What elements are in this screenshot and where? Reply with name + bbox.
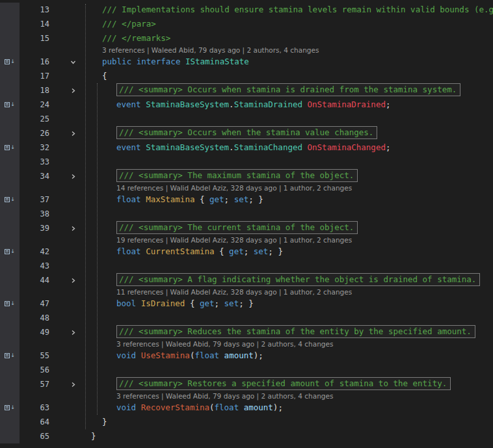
codelens-link[interactable]: 11 references | Walid Abdel Aziz, 328 da… [116,288,352,296]
codelens-cell[interactable]: 11 references | Walid Abdel Aziz, 328 da… [81,287,493,296]
code-line-13: 13/// Implementations should ensure stam… [0,3,493,17]
collapsed-region-icon[interactable]: ↓ [5,102,15,107]
indicator-margin[interactable]: ↓ [0,55,20,69]
chevron-down-icon[interactable] [70,59,76,65]
collapsed-doc-summary[interactable]: /// <summary> Restores a specified amoun… [116,377,451,390]
code-text[interactable]: } [81,429,493,443]
chevron-right-icon[interactable] [70,382,76,388]
codelens-link[interactable]: 14 references | Walid Abdel Aziz, 328 da… [116,184,352,192]
collapsed-region-icon[interactable]: ↓ [5,145,15,150]
line-number: 26 [20,126,56,140]
code-text[interactable] [81,207,493,221]
indicator-margin[interactable] [0,287,20,296]
indicator-margin[interactable] [0,3,20,17]
indicator-margin[interactable]: ↓ [0,140,20,155]
collapsed-doc-summary[interactable]: /// <summary> Occurs when the stamina va… [116,126,377,139]
collapsed-doc-summary[interactable]: /// <summary> Occurs when stamina is dra… [116,83,460,96]
collapsed-region-icon[interactable]: ↓ [5,249,15,254]
indicator-margin[interactable] [0,221,20,235]
token-pu: ; [224,194,234,204]
code-text[interactable]: /// <summary> Reduces the stamina of the… [81,325,493,339]
indicator-margin[interactable]: ↓ [0,98,20,112]
code-text[interactable] [81,259,493,273]
indicator-margin[interactable] [0,363,20,377]
collapsed-doc-summary[interactable]: /// <summary> A flag indicating whether … [116,273,480,286]
indicator-margin[interactable] [0,429,20,443]
collapsed-doc-summary[interactable]: /// <summary> The current stamina of the… [116,221,358,234]
indicator-margin[interactable] [0,207,20,221]
indicator-margin[interactable]: ↓ [0,401,20,415]
code-text[interactable]: /// <summary> The maximum stamina of the… [81,169,493,183]
indicator-margin[interactable]: ↓ [0,244,20,259]
indicator-margin[interactable]: ↓ [0,296,20,311]
codelens-link[interactable]: 19 references | Walid Abdel Aziz, 328 da… [116,236,352,244]
indicator-margin[interactable] [0,339,20,349]
code-text[interactable]: /// <summary> Occurs when the stamina va… [81,126,493,140]
code-text[interactable]: event StaminaBaseSystem.StaminaDrained O… [81,98,493,112]
indicator-margin[interactable] [0,183,20,192]
indicator-margin[interactable] [0,377,20,391]
indicator-margin[interactable] [0,273,20,287]
code-text[interactable]: /// Implementations should ensure stamin… [81,3,493,17]
code-text[interactable]: /// </remarks> [81,31,493,46]
codelens-link[interactable]: 3 references | Waleed Abid, 79 days ago … [116,340,333,348]
indicator-margin[interactable] [0,259,20,273]
indicator-margin[interactable] [0,235,20,244]
code-text[interactable]: /// <summary> Occurs when stamina is dra… [81,83,493,98]
code-text[interactable]: void UseStamina(float amount); [81,349,493,363]
code-text[interactable] [81,363,493,377]
indicator-margin[interactable]: ↓ [0,349,20,363]
indicator-margin[interactable] [0,391,20,401]
indicator-margin[interactable] [0,415,20,429]
line-number: 57 [20,377,56,391]
code-text[interactable] [81,155,493,169]
indicator-margin[interactable] [0,311,20,325]
collapsed-region-icon[interactable]: ↓ [5,59,15,64]
code-text[interactable]: void RecoverStamina(float amount); [81,401,493,415]
codelens-link[interactable]: 3 references | Waleed Abid, 79 days ago … [102,46,319,54]
code-text[interactable]: bool IsDrained { get; set; } [81,296,493,311]
collapsed-region-icon[interactable]: ↓ [5,197,15,202]
indicator-margin[interactable] [0,83,20,98]
chevron-right-icon[interactable] [70,88,76,94]
code-text[interactable] [81,112,493,126]
chevron-right-icon[interactable] [70,131,76,137]
code-text[interactable]: /// <summary> The current stamina of the… [81,221,493,235]
chevron-right-icon[interactable] [70,278,76,283]
code-text[interactable]: public interface IStaminaState [81,55,493,69]
codelens-cell[interactable]: 14 references | Walid Abdel Aziz, 328 da… [81,183,493,192]
chevron-right-icon[interactable] [70,226,76,231]
code-text[interactable]: float MaxStamina { get; set; } [81,192,493,207]
indicator-margin[interactable] [0,325,20,339]
indicator-margin[interactable]: ↓ [0,192,20,207]
indicator-margin[interactable] [0,126,20,140]
codelens-cell[interactable]: 3 references | Waleed Abid, 79 days ago … [81,391,493,401]
indicator-margin[interactable] [0,31,20,46]
indicator-margin[interactable] [0,17,20,31]
chevron-right-icon[interactable] [70,330,76,336]
indicator-margin[interactable] [0,69,20,83]
indicator-margin[interactable] [0,112,20,126]
codelens-cell[interactable]: 19 references | Walid Abdel Aziz, 328 da… [81,235,493,244]
codelens-cell[interactable]: 3 references | Waleed Abid, 79 days ago … [81,46,493,55]
indicator-margin[interactable] [0,46,20,55]
code-text[interactable]: { [81,69,493,83]
code-text[interactable]: /// <summary> Restores a specified amoun… [81,377,493,391]
code-text[interactable] [81,311,493,325]
code-text[interactable]: /// <summary> A flag indicating whether … [81,273,493,287]
collapsed-doc-summary[interactable]: /// <summary> The maximum stamina of the… [116,169,358,182]
collapsed-doc-summary[interactable]: /// <summary> Reduces the stamina of the… [116,325,475,338]
collapsed-region-icon[interactable]: ↓ [5,301,15,306]
collapsed-region-icon[interactable]: ↓ [5,405,15,410]
code-text[interactable]: /// </para> [81,17,493,31]
code-text[interactable]: } [81,415,493,429]
code-text[interactable]: float CurrentStamina { get; set; } [81,244,493,259]
code-text[interactable]: event StaminaBaseSystem.StaminaChanged O… [81,140,493,155]
token-pu: ; } [239,298,254,308]
indicator-margin[interactable] [0,169,20,183]
collapsed-region-icon[interactable]: ↓ [5,353,15,358]
codelens-link[interactable]: 3 references | Waleed Abid, 79 days ago … [116,392,333,400]
indicator-margin[interactable] [0,155,20,169]
chevron-right-icon[interactable] [70,174,76,179]
codelens-cell[interactable]: 3 references | Waleed Abid, 79 days ago … [81,339,493,349]
